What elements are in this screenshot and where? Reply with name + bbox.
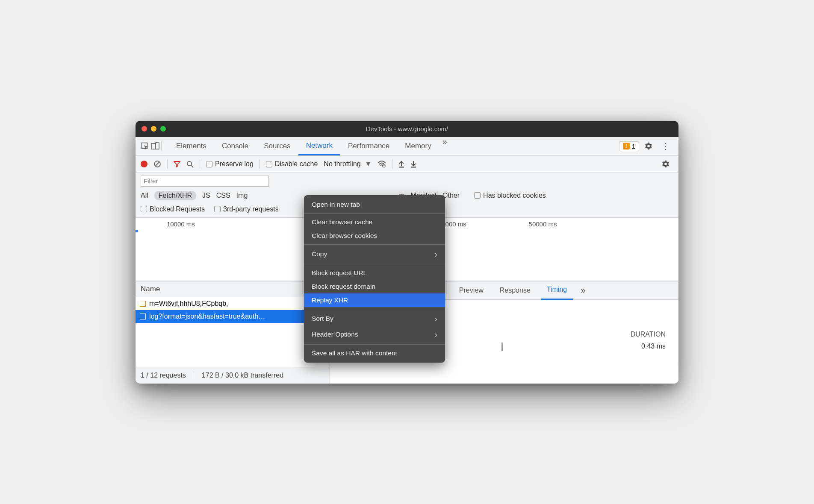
filter-icon[interactable]	[174, 161, 180, 167]
svg-line-6	[191, 165, 193, 167]
preserve-log-label: Preserve log	[215, 160, 254, 168]
queueing-value: 0.43 ms	[641, 343, 666, 350]
throttling-select[interactable]: No throttling	[324, 160, 360, 168]
window-title: DevTools - www.google.com/	[136, 125, 678, 132]
titlebar: DevTools - www.google.com/	[136, 121, 678, 137]
has-blocked-cookies-checkbox[interactable]: Has blocked cookies	[474, 192, 546, 199]
kebab-menu-icon[interactable]: ⋮	[658, 141, 673, 151]
requests-list-panel: Name m=Wt6vjf,hhhU8,FCpbqb, log?format=j…	[136, 281, 330, 384]
preserve-log-checkbox[interactable]: Preserve log	[206, 160, 254, 168]
filter-css[interactable]: CSS	[216, 192, 230, 199]
ctx-block-url[interactable]: Block request URL	[304, 266, 445, 280]
svg-rect-1	[151, 144, 156, 149]
ctx-header-options[interactable]: Header Options	[304, 327, 445, 343]
warning-icon: !	[623, 143, 630, 149]
tab-network[interactable]: Network	[298, 137, 340, 155]
more-tabs-icon[interactable]: »	[439, 137, 451, 155]
duration-header: DURATION	[631, 331, 666, 338]
script-file-icon	[140, 301, 146, 307]
warning-count: 1	[632, 143, 635, 150]
svg-point-5	[187, 161, 192, 166]
disable-cache-label: Disable cache	[275, 160, 318, 168]
clear-icon[interactable]	[153, 160, 161, 168]
search-icon[interactable]	[186, 161, 194, 168]
tab-sources[interactable]: Sources	[256, 137, 298, 155]
chevron-down-icon[interactable]: ▼	[365, 160, 372, 168]
ctx-clear-cache[interactable]: Clear browser cache	[304, 215, 445, 229]
ctx-replay-xhr[interactable]: Replay XHR	[304, 293, 445, 307]
context-menu: Open in new tab Clear browser cache Clea…	[304, 195, 445, 363]
request-name: m=Wt6vjf,hhhU8,FCpbqb,	[149, 300, 228, 308]
ctx-clear-cookies[interactable]: Clear browser cookies	[304, 229, 445, 243]
more-detail-tabs-icon[interactable]: »	[577, 285, 589, 295]
name-column-header[interactable]: Name	[136, 281, 330, 297]
tab-elements[interactable]: Elements	[168, 137, 214, 155]
inspect-icon[interactable]	[141, 142, 149, 150]
warnings-badge[interactable]: ! 1	[619, 141, 639, 151]
svg-point-7	[383, 165, 385, 167]
request-count: 1 / 12 requests	[141, 372, 186, 379]
detail-tab-timing[interactable]: Timing	[541, 281, 573, 300]
queueing-bar	[501, 343, 503, 351]
svg-rect-8	[399, 167, 404, 168]
record-button[interactable]	[141, 161, 147, 167]
detail-tab-response[interactable]: Response	[494, 281, 537, 300]
svg-rect-2	[156, 143, 159, 149]
ctx-save-har[interactable]: Save all as HAR with content	[304, 346, 445, 360]
svg-line-4	[155, 162, 159, 166]
blocked-requests-checkbox[interactable]: Blocked Requests	[141, 205, 205, 213]
network-toolbar: Preserve log Disable cache No throttling…	[136, 156, 678, 173]
request-name: log?format=json&hasfast=true&auth…	[149, 313, 265, 320]
tab-console[interactable]: Console	[214, 137, 256, 155]
svg-rect-9	[411, 167, 416, 168]
upload-har-icon[interactable]	[398, 160, 404, 168]
timeline-tick: 10000 ms	[136, 220, 226, 228]
filter-input[interactable]	[141, 176, 269, 187]
ctx-open-new-tab[interactable]: Open in new tab	[304, 198, 445, 211]
tab-memory[interactable]: Memory	[397, 137, 439, 155]
status-bar: 1 / 12 requests 172 B / 30.0 kB transfer…	[136, 367, 330, 384]
ctx-block-domain[interactable]: Block request domain	[304, 280, 445, 293]
filter-other[interactable]: Other	[442, 192, 460, 199]
request-row[interactable]: log?format=json&hasfast=true&auth…	[136, 310, 330, 323]
detail-tab-preview[interactable]: Preview	[453, 281, 490, 300]
network-settings-icon[interactable]	[658, 160, 673, 168]
ctx-sort-by[interactable]: Sort By	[304, 311, 445, 327]
timeline-marker	[136, 230, 138, 232]
disable-cache-checkbox[interactable]: Disable cache	[266, 160, 318, 168]
third-party-checkbox[interactable]: 3rd-party requests	[214, 205, 279, 213]
settings-icon[interactable]	[641, 142, 656, 150]
tab-performance[interactable]: Performance	[340, 137, 397, 155]
filter-js[interactable]: JS	[202, 192, 210, 199]
filter-all[interactable]: All	[141, 192, 148, 199]
filter-fetchxhr[interactable]: Fetch/XHR	[154, 191, 196, 200]
timeline-tick: 50000 ms	[498, 220, 588, 228]
download-har-icon[interactable]	[410, 160, 416, 168]
filter-img[interactable]: Img	[236, 192, 248, 199]
xhr-file-icon	[140, 314, 146, 319]
request-row[interactable]: m=Wt6vjf,hhhU8,FCpbqb,	[136, 297, 330, 310]
ctx-copy[interactable]: Copy	[304, 246, 445, 262]
device-toolbar-icon[interactable]	[151, 142, 159, 150]
transferred-size: 172 B / 30.0 kB transferred	[202, 372, 283, 379]
network-conditions-icon[interactable]	[378, 161, 386, 167]
main-tabs-row: Elements Console Sources Network Perform…	[136, 137, 678, 156]
